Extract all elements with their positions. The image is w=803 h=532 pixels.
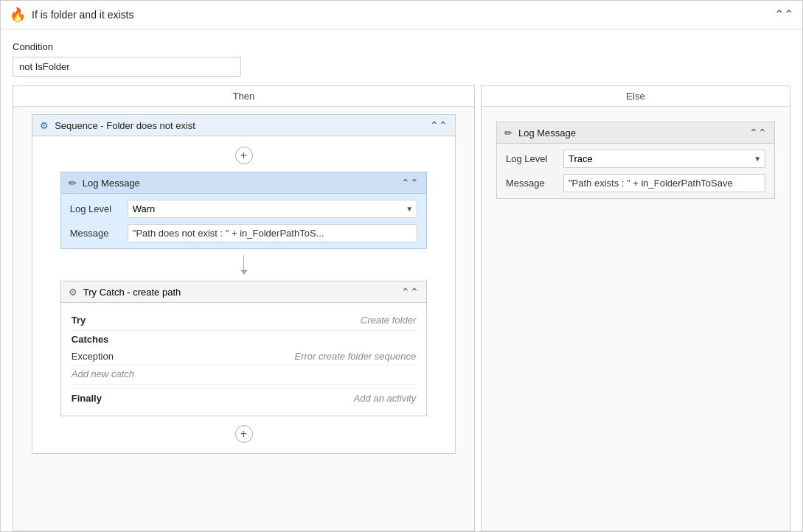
then-branch-header: Then: [13, 86, 474, 107]
branches-row: Then ⚙ Sequence - Folder does not exist …: [13, 85, 790, 531]
add-activity-top-button[interactable]: +: [235, 147, 253, 164]
else-log-icon: ✏: [504, 127, 512, 139]
else-branch: Else ✏ Log Message ⌃⌃: [481, 85, 790, 531]
arrow-connector: [240, 255, 248, 275]
else-log-title: Log Message: [518, 127, 576, 139]
else-log-header: ✏ Log Message ⌃⌃: [497, 122, 774, 144]
log-message-body: Log Level Trace Warn Debug Info Erro: [61, 194, 426, 248]
sequence-block: ⚙ Sequence - Folder does not exist ⌃⌃ +: [32, 114, 456, 454]
log-level-label: Log Level: [70, 203, 122, 214]
condition-label: Condition: [13, 41, 790, 52]
condition-input[interactable]: [13, 57, 241, 77]
try-catch-title: Try Catch - create path: [83, 287, 181, 298]
catches-section: Catches Exception Error create folder se…: [72, 334, 416, 382]
message-label: Message: [70, 228, 122, 239]
add-catch-button[interactable]: Add new catch: [72, 365, 416, 382]
log-message-block: ✏ Log Message ⌃⌃ Log Level: [60, 172, 427, 249]
exception-label: Exception: [72, 351, 114, 362]
finally-value[interactable]: Add an activity: [354, 393, 417, 404]
else-log-level-label: Log Level: [506, 153, 557, 164]
exception-row: Exception Error create folder sequence: [72, 348, 416, 365]
log-level-row: Log Level Trace Warn Debug Info Erro: [70, 200, 417, 218]
sequence-icon: ⚙: [40, 120, 49, 131]
log-level-select[interactable]: Trace Warn Debug Info Error Fatal: [128, 200, 417, 218]
try-row: Try Create folder: [72, 310, 416, 331]
condition-section: Condition: [13, 41, 790, 77]
sequence-title: Sequence - Folder does not exist: [55, 120, 195, 131]
else-message-label: Message: [506, 178, 557, 189]
else-log-level-row: Log Level Trace Debug Info Warn Error Fa…: [506, 150, 765, 168]
exception-value[interactable]: Error create folder sequence: [294, 351, 416, 362]
add-activity-bottom-button[interactable]: +: [235, 425, 253, 443]
else-message-row: Message "Path exists : " + in_FolderPath…: [506, 174, 765, 192]
sequence-header: ⚙ Sequence - Folder does not exist ⌃⌃: [32, 115, 455, 136]
header-icon: 🔥: [10, 7, 26, 23]
try-catch-collapse-button[interactable]: ⌃⌃: [401, 286, 419, 298]
header: 🔥 If is folder and it exists ⌃⌃: [1, 1, 802, 29]
log-message-icon: ✏: [69, 178, 77, 189]
else-log-level-select-wrapper[interactable]: Trace Debug Info Warn Error Fatal ▼: [563, 150, 765, 168]
else-message-value[interactable]: "Path exists : " + in_FolderPathToSave: [563, 174, 765, 192]
then-branch: Then ⚙ Sequence - Folder does not exist …: [13, 85, 475, 531]
log-message-title: Log Message: [83, 178, 140, 189]
finally-label: Finally: [72, 393, 102, 404]
sequence-collapse-button[interactable]: ⌃⌃: [430, 119, 448, 131]
divider: [72, 384, 416, 385]
finally-row: Finally Add an activity: [72, 388, 416, 408]
else-log-block: ✏ Log Message ⌃⌃ Log Level Trace: [496, 122, 775, 199]
try-catch-block: ⚙ Try Catch - create path ⌃⌃ Try: [60, 281, 427, 416]
content-area: Condition Then ⚙ Sequence - Folder does …: [1, 29, 802, 531]
catches-label: Catches: [72, 334, 416, 345]
header-title: If is folder and it exists: [32, 9, 134, 21]
else-branch-header: Else: [482, 86, 790, 107]
try-label: Try: [72, 315, 86, 326]
try-value[interactable]: Create folder: [361, 315, 416, 326]
message-row: Message "Path does not exist : " + in_Fo…: [70, 224, 417, 242]
then-branch-content: ⚙ Sequence - Folder does not exist ⌃⌃ +: [13, 107, 474, 531]
log-level-select-wrapper[interactable]: Trace Warn Debug Info Error Fatal ▼: [128, 200, 417, 218]
log-message-header: ✏ Log Message ⌃⌃: [61, 172, 426, 194]
try-catch-header: ⚙ Try Catch - create path ⌃⌃: [61, 281, 426, 303]
else-branch-content: ✏ Log Message ⌃⌃ Log Level Trace: [482, 107, 790, 531]
else-log-level-select[interactable]: Trace Debug Info Warn Error Fatal: [563, 150, 765, 168]
try-catch-icon: ⚙: [69, 287, 77, 298]
sequence-body: + ✏ Log Message ⌃⌃: [32, 136, 455, 453]
message-value[interactable]: "Path does not exist : " + in_FolderPath…: [128, 224, 417, 242]
try-catch-body: Try Create folder Catches Exception E: [61, 303, 426, 416]
collapse-button[interactable]: ⌃⌃: [774, 9, 793, 21]
log-message-collapse-button[interactable]: ⌃⌃: [401, 177, 419, 189]
else-log-collapse-button[interactable]: ⌃⌃: [749, 127, 767, 139]
else-log-body: Log Level Trace Debug Info Warn Error Fa…: [497, 144, 774, 198]
